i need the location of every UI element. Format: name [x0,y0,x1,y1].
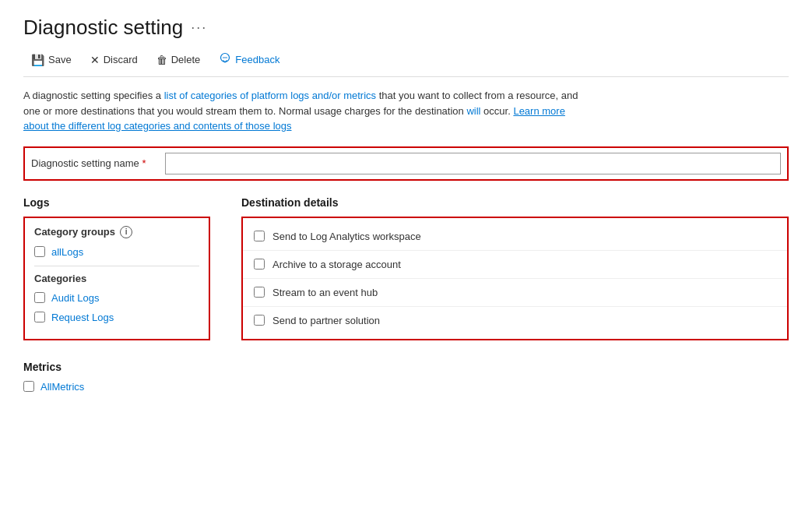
dest-storage-account: Archive to a storage account [243,251,787,279]
destination-details-box: Send to Log Analytics workspace Archive … [241,217,789,340]
save-button[interactable]: 💾 Save [23,51,79,69]
eventHub-checkbox[interactable] [254,287,265,298]
svg-point-3 [226,57,227,58]
page-title-ellipsis: ··· [191,19,207,36]
category-groups-box: Category groups i allLogs Categories Aud… [23,217,210,340]
discard-button[interactable]: ✕ Discard [83,51,146,69]
partnerSolution-label[interactable]: Send to partner solution [272,315,380,326]
feedback-button[interactable]: Feedback [211,49,287,70]
feedback-icon [219,52,231,67]
eventHub-label[interactable]: Stream to an event hub [272,287,378,298]
categories-title: Categories [34,273,199,284]
category-groups-header: Category groups i [34,226,199,238]
auditLogs-label[interactable]: Audit Logs [51,292,99,304]
page-title: Diagnostic setting [23,16,183,40]
divider-1 [34,266,199,266]
checkbox-auditLogs: Audit Logs [34,292,199,304]
toolbar: 💾 Save ✕ Discard 🗑 Delete Feedback [23,49,789,77]
required-marker: * [142,157,146,169]
logAnalytics-label[interactable]: Send to Log Analytics workspace [272,231,421,242]
allMetrics-label[interactable]: AllMetrics [40,381,84,393]
category-groups-info-icon[interactable]: i [120,226,132,238]
svg-point-2 [224,57,226,58]
requestLogs-label[interactable]: Request Logs [51,312,114,323]
logs-section-title: Logs [23,196,210,209]
checkbox-allMetrics: AllMetrics [23,381,789,393]
storageAccount-checkbox[interactable] [254,259,265,270]
allMetrics-checkbox[interactable] [23,381,34,392]
discard-icon: ✕ [90,54,100,66]
diagnostic-setting-name-label: Diagnostic setting name * [31,157,156,169]
dest-log-analytics: Send to Log Analytics workspace [243,223,787,251]
dest-partner-solution: Send to partner solution [243,307,787,334]
diagnostic-setting-name-input[interactable] [165,153,781,174]
description-text: A diagnostic setting specifies a list of… [23,88,592,134]
auditLogs-checkbox[interactable] [34,292,45,303]
destination-section-title: Destination details [241,196,789,209]
storageAccount-label[interactable]: Archive to a storage account [272,259,401,270]
page-header: Diagnostic setting ··· [23,16,789,40]
destination-panel: Destination details Send to Log Analytic… [241,196,789,345]
logs-panel: Logs Category groups i allLogs Categorie… [23,196,210,345]
checkbox-requestLogs: Request Logs [34,312,199,323]
metrics-section: Metrics AllMetrics [23,361,789,393]
diagnostic-setting-name-row: Diagnostic setting name * [23,146,789,181]
svg-point-1 [223,57,224,58]
metrics-section-title: Metrics [23,361,789,373]
save-icon: 💾 [31,54,44,66]
checkbox-allLogs: allLogs [34,246,199,258]
requestLogs-checkbox[interactable] [34,312,45,322]
dest-event-hub: Stream to an event hub [243,279,787,307]
delete-icon: 🗑 [156,54,167,66]
partnerSolution-checkbox[interactable] [254,315,265,326]
main-content: Logs Category groups i allLogs Categorie… [23,196,789,345]
allLogs-label[interactable]: allLogs [51,246,83,258]
allLogs-checkbox[interactable] [34,246,45,257]
delete-button[interactable]: 🗑 Delete [149,51,209,69]
logAnalytics-checkbox[interactable] [254,231,265,241]
